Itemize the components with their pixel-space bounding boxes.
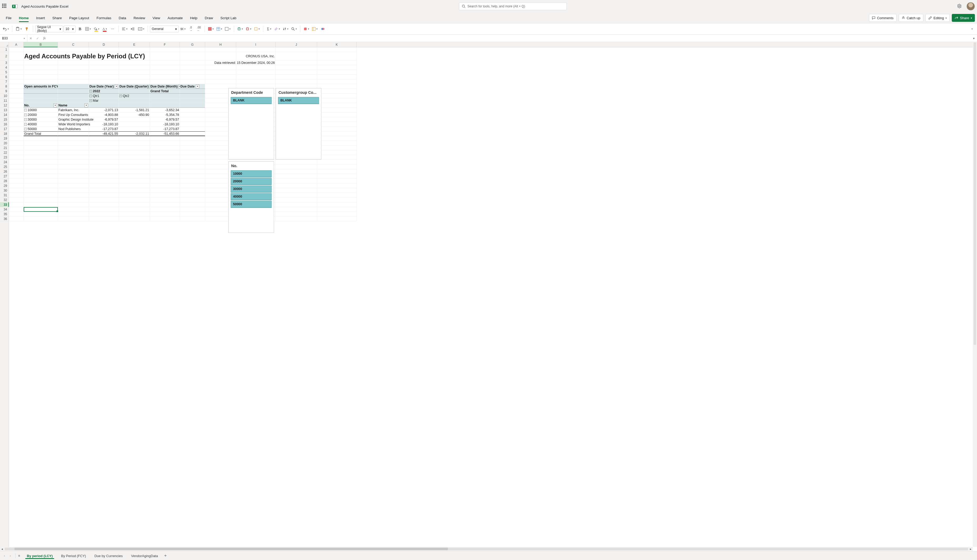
row-header[interactable]: 8 — [0, 84, 9, 89]
collapse-icon[interactable]: − — [24, 128, 27, 130]
row-header[interactable]: 29 — [0, 183, 9, 188]
slicer-item[interactable]: 30000 — [230, 185, 272, 192]
row-header[interactable]: 12 — [0, 103, 9, 108]
row-header[interactable]: 19 — [0, 136, 9, 141]
col-header[interactable]: A — [9, 42, 24, 47]
slicer-item[interactable]: BLANK — [230, 97, 272, 104]
column-headers[interactable]: A B C D E F G H I J K — [9, 42, 973, 47]
sheet-tab[interactable]: By period (LCY) — [23, 552, 56, 559]
filter-button[interactable] — [115, 85, 118, 88]
col-header[interactable]: I — [236, 42, 276, 47]
select-all-corner[interactable] — [0, 42, 9, 47]
pivot-qtr1[interactable]: −Qtr1 — [89, 93, 119, 98]
row-header[interactable]: 1 — [0, 47, 9, 52]
slicer-item[interactable]: 50000 — [230, 201, 272, 208]
collapse-icon[interactable]: − — [89, 90, 92, 93]
slicer-item[interactable]: 10000 — [230, 170, 272, 177]
pivot-year-value[interactable]: −2022 — [89, 89, 119, 93]
row-header[interactable]: 17 — [0, 127, 9, 132]
row-header[interactable]: 34 — [0, 207, 9, 212]
row-header[interactable]: 35 — [0, 212, 9, 217]
tab-draw[interactable]: Draw — [201, 13, 217, 23]
copilot-button[interactable] — [319, 25, 327, 33]
autosum-button[interactable]: Σ▾ — [266, 25, 273, 33]
col-header[interactable]: C — [58, 42, 89, 47]
tab-insert[interactable]: Insert — [32, 13, 48, 23]
app-launcher-icon[interactable] — [2, 4, 7, 9]
row-header[interactable]: 2 — [0, 52, 9, 60]
analyze-data-button[interactable]: ▾ — [311, 25, 319, 33]
row-header[interactable]: 32 — [0, 198, 9, 202]
row-header[interactable]: 20 — [0, 141, 9, 146]
row-header[interactable]: 22 — [0, 150, 9, 155]
user-avatar[interactable] — [967, 2, 975, 10]
sort-filter-button[interactable]: ▾ — [282, 25, 289, 33]
row-header[interactable]: 23 — [0, 155, 9, 160]
row-header[interactable]: 24 — [0, 160, 9, 165]
row-header[interactable]: 15 — [0, 117, 9, 122]
tab-view[interactable]: View — [149, 13, 164, 23]
collapse-icon[interactable]: − — [24, 109, 27, 112]
filter-button[interactable] — [53, 103, 57, 107]
delete-cells-button[interactable]: ▾ — [245, 25, 252, 33]
horizontal-scrollbar[interactable]: ◂ ▸ — [0, 547, 973, 551]
row-header[interactable]: 28 — [0, 179, 9, 183]
tab-formulas[interactable]: Formulas — [93, 13, 115, 23]
tab-home[interactable]: Home — [15, 13, 33, 23]
row-header[interactable]: 10 — [0, 93, 9, 98]
pivot-month[interactable]: +Mar — [89, 98, 119, 103]
col-header[interactable]: F — [150, 42, 180, 47]
expand-icon[interactable]: + — [119, 95, 122, 97]
insert-cells-button[interactable]: ▾ — [236, 25, 244, 33]
ribbon-expand-button[interactable]: ▾ — [968, 25, 975, 33]
sheet-nav-prev[interactable]: ‹ — [2, 553, 7, 558]
row-header[interactable]: 27 — [0, 174, 9, 179]
row-header[interactable]: 33 — [0, 202, 9, 207]
conditional-format-button[interactable]: ▾ — [207, 25, 215, 33]
undo-button[interactable]: ▾ — [2, 25, 10, 33]
row-header[interactable]: 9 — [0, 89, 9, 93]
search-input[interactable]: Search for tools, help, and more (Alt + … — [459, 2, 567, 10]
cancel-formula-button[interactable]: ✕ — [27, 37, 34, 40]
clear-button[interactable]: ▾ — [273, 25, 281, 33]
row-headers[interactable]: 1234567891011121314151617181920212223242… — [0, 47, 9, 547]
tab-review[interactable]: Review — [130, 13, 149, 23]
expand-formula-bar-button[interactable]: ▾ — [971, 35, 977, 42]
insert-function-button[interactable]: fx — [41, 36, 48, 40]
bold-button[interactable]: B — [76, 25, 84, 33]
tab-share[interactable]: Share — [48, 13, 65, 23]
format-table-button[interactable]: ▾ — [215, 25, 223, 33]
filter-button[interactable] — [195, 85, 199, 88]
col-header[interactable]: E — [119, 42, 150, 47]
row-header[interactable]: 5 — [0, 70, 9, 75]
row-header[interactable]: 7 — [0, 79, 9, 84]
slicer-customergroup[interactable]: Customergroup Co... BLANK — [276, 88, 321, 160]
slicer-item[interactable]: 40000 — [230, 193, 272, 200]
share-button[interactable]: Share ▾ — [952, 14, 975, 22]
cell-styles-button[interactable]: ▾ — [224, 25, 232, 33]
addins-button[interactable]: ▾ — [302, 25, 310, 33]
align-button[interactable]: ▾ — [121, 25, 129, 33]
sheet-nav-next[interactable]: › — [8, 553, 13, 558]
sheet-tab[interactable]: By Period (FCY) — [57, 552, 90, 559]
collapse-icon[interactable]: − — [24, 113, 27, 116]
tab-help[interactable]: Help — [187, 13, 201, 23]
fill-color-button[interactable]: ▾ — [93, 25, 100, 33]
row-header[interactable]: 36 — [0, 217, 9, 221]
collapse-icon[interactable]: − — [24, 118, 27, 121]
font-color-button[interactable]: A▾ — [101, 25, 109, 33]
collapse-icon[interactable]: − — [24, 123, 27, 126]
borders-button[interactable]: ▾ — [84, 25, 92, 33]
slicer-item[interactable]: BLANK — [278, 97, 319, 104]
row-header[interactable]: 6 — [0, 75, 9, 79]
row-header[interactable]: 4 — [0, 65, 9, 70]
col-header[interactable]: D — [89, 42, 119, 47]
tab-script-lab[interactable]: Script Lab — [217, 13, 240, 23]
scroll-right-button[interactable]: ▸ — [969, 547, 973, 551]
accounting-format-button[interactable]: $€▾ — [179, 25, 187, 33]
row-header[interactable]: 3 — [0, 60, 9, 65]
row-header[interactable]: 14 — [0, 112, 9, 117]
merge-button[interactable]: ▾ — [137, 25, 145, 33]
pivot-qtr2[interactable]: +Qtr2 — [119, 93, 150, 98]
col-header[interactable]: J — [276, 42, 317, 47]
